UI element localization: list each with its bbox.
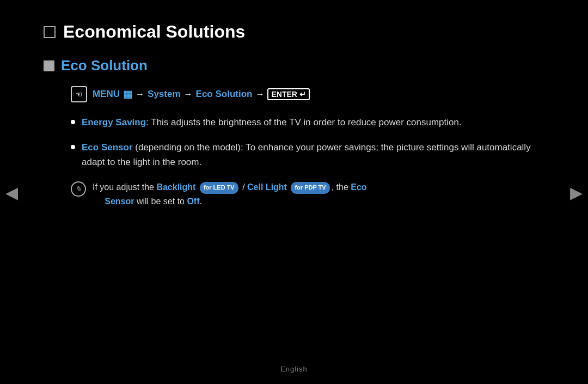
section-header: Eco Solution xyxy=(44,57,544,74)
note-mid: , the xyxy=(332,182,351,192)
title-checkbox-icon xyxy=(44,26,56,38)
note-end: will be set to xyxy=(134,197,187,206)
badge-led-tv: for LED TV xyxy=(200,182,238,194)
badge-pdp-tv: for PDP TV xyxy=(291,182,329,194)
note-eco: Eco xyxy=(351,182,366,192)
eco-solution-label: Eco Solution xyxy=(196,89,253,100)
note-backlight: Backlight xyxy=(156,182,195,192)
bullet-item-eco-sensor: Eco Sensor (depending on the model): To … xyxy=(71,141,544,169)
menu-path: ☜ MENU ▦ → System → Eco Solution → ENTER… xyxy=(71,86,544,102)
menu-hand-icon: ☜ xyxy=(71,86,87,102)
page-title-section: Economical Solutions xyxy=(44,22,544,42)
eco-sensor-desc: (depending on the model): To enhance you… xyxy=(82,142,531,167)
note-separator: / xyxy=(240,182,247,192)
arrow-1: → xyxy=(136,89,144,99)
energy-saving-text: Energy Saving: This adjusts the brightne… xyxy=(82,115,462,130)
eco-sensor-keyword: Eco Sensor xyxy=(82,142,133,153)
note-item: ✎ If you adjust the Backlight for LED TV… xyxy=(71,180,544,208)
menu-label: MENU xyxy=(93,89,120,100)
note-intro: If you adjust the xyxy=(93,182,156,192)
energy-saving-keyword: Energy Saving xyxy=(82,117,146,127)
note-off: Off xyxy=(187,197,199,206)
note-sensor: Sensor xyxy=(105,197,134,206)
note-pencil-icon: ✎ xyxy=(71,181,86,197)
note-period: . xyxy=(200,197,202,206)
arrow-2: → xyxy=(184,89,193,99)
bullet-dot-icon-2 xyxy=(71,145,75,149)
energy-saving-desc: : This adjusts the brightness of the TV … xyxy=(146,117,462,127)
footer-language: English xyxy=(280,365,308,373)
section-square-icon xyxy=(44,60,54,71)
enter-key: ENTER ↵ xyxy=(267,88,309,100)
section-title: Eco Solution xyxy=(61,57,148,74)
system-label: System xyxy=(148,89,180,100)
bullet-list: Energy Saving: This adjusts the brightne… xyxy=(71,115,544,169)
bullet-item-energy: Energy Saving: This adjusts the brightne… xyxy=(71,115,544,130)
note-text: If you adjust the Backlight for LED TV /… xyxy=(93,180,367,208)
note-cell-light: Cell Light xyxy=(247,182,287,192)
menu-icon-bars: ▦ xyxy=(123,88,132,100)
page-title: Economical Solutions xyxy=(63,22,245,42)
arrow-3: → xyxy=(255,89,264,99)
bullet-dot-icon xyxy=(71,120,75,124)
eco-sensor-text: Eco Sensor (depending on the model): To … xyxy=(82,141,544,169)
